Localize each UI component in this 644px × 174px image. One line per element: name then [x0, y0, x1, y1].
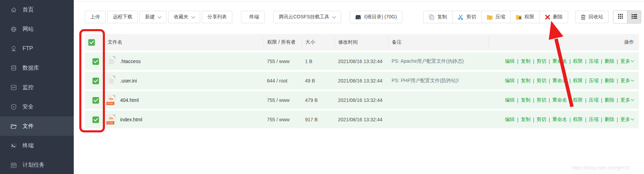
toolbar-button[interactable]: 分享列表 [202, 11, 232, 23]
select-all-checkbox[interactable] [88, 39, 95, 46]
toolbar-left-group: 上传 远程下载 新建 收藏夹 分享列表 终端 腾讯云COSFS挂载工具 /(根目… [85, 11, 404, 23]
permission-icon [516, 15, 522, 20]
sidebar-item-7[interactable]: 终端 [0, 136, 74, 155]
terminal-icon [10, 142, 17, 149]
file-note: PS: PHP用户配置文件(防跨站)! [388, 78, 489, 84]
toolbar: 上传 远程下载 新建 收藏夹 分享列表 终端 腾讯云COSFS挂载工具 /(根目… [85, 10, 641, 24]
toolbar-action-group: 复制 剪切 压缩 权限 删除 [423, 11, 568, 23]
toolbar-button[interactable]: 新建 [140, 11, 167, 23]
sidebar-item-label: FTP [23, 45, 33, 52]
row-action[interactable]: 删除 [605, 116, 614, 123]
action-separator: | [617, 117, 618, 122]
row-action[interactable]: 编辑 [505, 116, 515, 123]
row-action[interactable]: 权限 [573, 116, 583, 123]
toolbar-button[interactable]: 终端 [241, 11, 265, 23]
row-action[interactable]: 编辑 [505, 58, 515, 64]
row-action[interactable]: 更多 [620, 116, 630, 123]
toolbar-button[interactable]: 腾讯云COSFS挂载工具 [273, 11, 341, 23]
toolbar-button[interactable]: 收藏夹 [168, 11, 200, 23]
file-name[interactable]: .user.ini [120, 78, 137, 84]
toolbar-button[interactable]: 上传 [85, 11, 106, 23]
row-action[interactable]: 复制 [521, 78, 530, 84]
row-action[interactable]: 压缩 [589, 58, 599, 64]
table-row: <>HTML 404.html 755 / www 479 B 2021/08/… [85, 91, 639, 109]
action-separator: | [517, 117, 519, 122]
row-action[interactable]: 剪切 [537, 58, 546, 64]
grid-view-button[interactable] [613, 10, 627, 24]
action-separator: | [517, 97, 519, 103]
toolbar-button[interactable]: 删除 [539, 11, 568, 23]
header-mtime[interactable]: 修改时间 [334, 37, 388, 47]
row-action[interactable]: 更多 [620, 78, 630, 84]
row-action[interactable]: 重命名 [552, 116, 567, 123]
sidebar-item-0[interactable]: 首页 [0, 0, 74, 19]
action-separator: | [601, 97, 602, 103]
row-action[interactable]: 压缩 [589, 97, 599, 103]
toolbar-button[interactable]: /(根目录) (70G) [350, 11, 402, 23]
row-actions: 编辑|复制|剪切|重命名|权限|压缩|删除|更多 [489, 97, 639, 103]
disk-icon [355, 15, 361, 20]
sidebar-item-1[interactable]: 网站 [0, 19, 74, 39]
file-mtime: 2021/08/16 13:32:44 [334, 59, 388, 64]
row-action[interactable]: 删除 [605, 58, 614, 64]
sidebar-item-label: 监控 [23, 84, 34, 91]
toolbar-button[interactable]: 复制 [423, 11, 453, 23]
row-action[interactable]: 删除 [605, 97, 614, 103]
file-size: 1 B [302, 59, 334, 64]
action-separator: | [549, 117, 550, 122]
row-action[interactable]: 更多 [620, 58, 630, 64]
sidebar-item-6[interactable]: 文件 [0, 116, 74, 136]
row-checkbox[interactable] [92, 116, 99, 123]
sidebar-item-label: 计划任务 [23, 162, 45, 169]
row-action[interactable]: 权限 [573, 97, 583, 103]
file-name[interactable]: 404.html [120, 97, 139, 103]
header-size[interactable]: 大小 [302, 37, 334, 47]
row-action[interactable]: 剪切 [537, 97, 546, 103]
header-permission[interactable]: 权限 / 所有者 [263, 37, 302, 47]
action-separator: | [517, 59, 519, 64]
list-view-button[interactable] [627, 10, 641, 24]
row-action[interactable]: 编辑 [505, 97, 515, 103]
select-all-cell [85, 37, 104, 47]
row-action[interactable]: 剪切 [537, 78, 546, 84]
row-action[interactable]: 复制 [521, 116, 530, 123]
row-checkbox[interactable] [92, 58, 99, 65]
toolbar-button[interactable]: 远程下载 [107, 11, 138, 23]
row-action[interactable]: 重命名 [552, 97, 567, 103]
copy-icon [429, 14, 435, 20]
sidebar-item-8[interactable]: 计划任务 [0, 155, 74, 174]
sidebar-item-3[interactable]: 数据库 [0, 58, 74, 78]
header-filename[interactable]: 文件名 [104, 37, 263, 47]
row-action[interactable]: 编辑 [505, 78, 515, 84]
file-permission: 755 / www [263, 59, 302, 64]
action-separator: | [601, 59, 602, 64]
toolbar-button[interactable]: 剪切 [452, 11, 482, 23]
row-action[interactable]: 复制 [521, 58, 530, 64]
sidebar: 首页 网站 FTP 数据库 监控 安全 文件 终端 计划任务 [0, 0, 74, 174]
file-name[interactable]: index.html [120, 117, 142, 122]
row-action[interactable]: 权限 [573, 78, 583, 84]
row-action[interactable]: 权限 [573, 58, 583, 64]
chevron-down-icon [631, 117, 634, 120]
file-name[interactable]: .htaccess [120, 59, 141, 64]
action-separator: | [549, 97, 550, 103]
row-action[interactable]: 压缩 [589, 116, 599, 123]
row-action[interactable]: 重命名 [552, 58, 567, 64]
row-action[interactable]: 更多 [620, 97, 630, 103]
file-size: 917 B [302, 117, 334, 122]
row-action[interactable]: 复制 [521, 97, 530, 103]
sidebar-item-4[interactable]: 监控 [0, 78, 74, 97]
header-actions: 操作 [489, 37, 639, 47]
recycle-bin-button[interactable]: 回收站 [575, 11, 609, 23]
row-checkbox[interactable] [92, 78, 99, 84]
row-action[interactable]: 剪切 [537, 116, 546, 123]
row-action[interactable]: 删除 [605, 78, 614, 84]
calendar-icon [10, 162, 17, 168]
row-action[interactable]: 重命名 [552, 78, 567, 84]
row-checkbox[interactable] [92, 97, 99, 104]
sidebar-item-5[interactable]: 安全 [0, 97, 74, 116]
toolbar-button[interactable]: 压缩 [481, 11, 511, 23]
toolbar-button[interactable]: 权限 [510, 11, 540, 23]
sidebar-item-ftp[interactable]: FTP [0, 39, 74, 58]
row-action[interactable]: 压缩 [589, 78, 599, 84]
